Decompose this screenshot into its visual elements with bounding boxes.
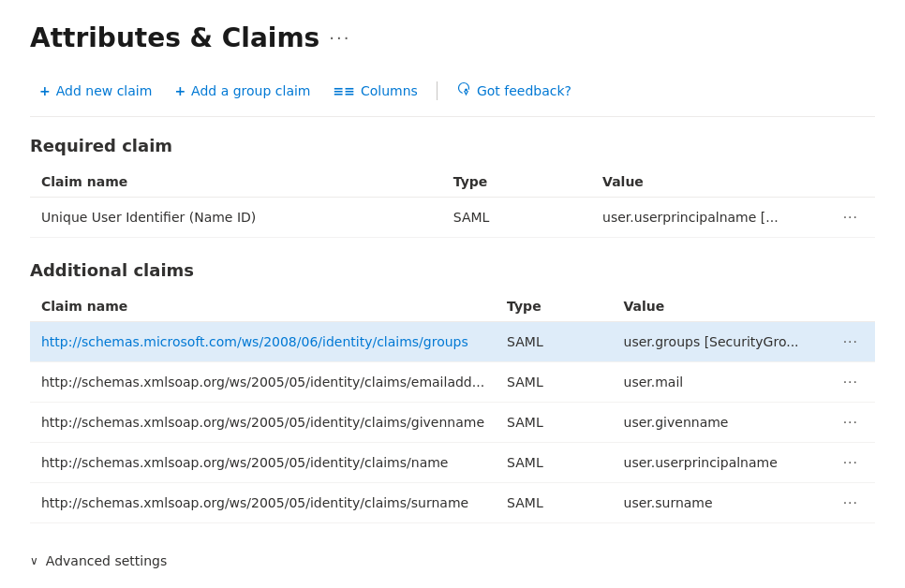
additional-claims-table: Claim name Type Value http://schemas.mic…	[30, 291, 875, 523]
columns-label: Columns	[361, 83, 418, 98]
claim-name-text: http://schemas.xmlsoap.org/ws/2005/05/id…	[41, 415, 484, 430]
claim-name-cell: http://schemas.xmlsoap.org/ws/2005/05/id…	[30, 443, 496, 483]
claim-value-cell: user.surname	[613, 483, 826, 523]
required-claim-header-row: Claim name Type Value	[30, 167, 875, 198]
toolbar: + Add new claim + Add a group claim ≡≡ C…	[30, 76, 875, 117]
add-group-claim-label: Add a group claim	[191, 83, 310, 98]
claim-action-cell[interactable]: ···	[826, 322, 875, 362]
claim-type-cell: SAML	[496, 403, 612, 443]
claim-action-cell[interactable]: ···	[826, 198, 875, 238]
table-row: http://schemas.xmlsoap.org/ws/2005/05/id…	[30, 443, 875, 483]
required-col-claim-name: Claim name	[30, 167, 442, 198]
advanced-settings-label: Advanced settings	[46, 553, 167, 568]
claim-name-cell: http://schemas.xmlsoap.org/ws/2005/05/id…	[30, 362, 496, 403]
feedback-label: Got feedback?	[477, 83, 571, 98]
columns-icon: ≡≡	[334, 83, 355, 98]
claim-type-cell: SAML	[496, 322, 612, 362]
row-more-button[interactable]: ···	[838, 372, 864, 392]
claim-name-cell: http://schemas.xmlsoap.org/ws/2005/05/id…	[30, 403, 496, 443]
claim-value-cell: user.givenname	[613, 403, 826, 443]
header-more-icon[interactable]: ···	[329, 28, 350, 48]
row-more-button[interactable]: ···	[838, 452, 864, 473]
claim-value-cell: user.userprincipalname	[613, 443, 826, 483]
columns-button[interactable]: ≡≡ Columns	[324, 78, 427, 104]
claim-value-cell: user.userprincipalname [...	[591, 198, 826, 238]
claim-value-cell: user.mail	[613, 362, 826, 403]
claim-action-cell[interactable]: ···	[826, 443, 875, 483]
required-claim-table: Claim name Type Value Unique User Identi…	[30, 167, 875, 238]
additional-claims-section: Additional claims Claim name Type Value …	[30, 260, 875, 523]
additional-claims-title: Additional claims	[30, 260, 875, 280]
claim-type-cell: SAML	[496, 483, 612, 523]
row-more-button[interactable]: ···	[838, 207, 864, 228]
page-header: Attributes & Claims ···	[30, 22, 875, 53]
add-group-claim-icon: +	[174, 83, 185, 98]
claim-name-cell: http://schemas.xmlsoap.org/ws/2005/05/id…	[30, 483, 496, 523]
table-row: http://schemas.xmlsoap.org/ws/2005/05/id…	[30, 362, 875, 403]
row-more-button[interactable]: ···	[838, 331, 864, 352]
add-group-claim-button[interactable]: + Add a group claim	[165, 78, 319, 104]
claim-name-text: http://schemas.xmlsoap.org/ws/2005/05/id…	[41, 375, 484, 390]
claim-name-cell: Unique User Identifier (Name ID)	[30, 198, 442, 238]
claim-name-link[interactable]: http://schemas.microsoft.com/ws/2008/06/…	[41, 334, 468, 349]
row-more-button[interactable]: ···	[838, 412, 864, 433]
table-row: http://schemas.microsoft.com/ws/2008/06/…	[30, 322, 875, 362]
svg-point-2	[465, 89, 467, 92]
claim-action-cell[interactable]: ···	[826, 362, 875, 403]
row-more-button[interactable]: ···	[838, 492, 864, 513]
additional-col-value: Value	[613, 291, 826, 322]
chevron-down-icon: ∨	[30, 554, 38, 567]
feedback-icon	[456, 81, 471, 99]
toolbar-divider	[437, 81, 438, 100]
add-new-claim-button[interactable]: + Add new claim	[30, 78, 161, 104]
additional-col-claim-name: Claim name	[30, 291, 496, 322]
claim-action-cell[interactable]: ···	[826, 403, 875, 443]
add-new-claim-label: Add new claim	[56, 83, 153, 98]
table-row: Unique User Identifier (Name ID) SAML us…	[30, 198, 875, 238]
claim-name-text: http://schemas.xmlsoap.org/ws/2005/05/id…	[41, 495, 468, 510]
additional-col-type: Type	[496, 291, 612, 322]
additional-col-action	[826, 291, 875, 322]
table-row: http://schemas.xmlsoap.org/ws/2005/05/id…	[30, 483, 875, 523]
required-col-action	[826, 167, 875, 198]
claim-type-cell: SAML	[496, 443, 612, 483]
required-col-value: Value	[591, 167, 826, 198]
claim-value-cell: user.groups [SecurityGro...	[613, 322, 826, 362]
additional-claims-header-row: Claim name Type Value	[30, 291, 875, 322]
advanced-settings-section[interactable]: ∨ Advanced settings	[30, 546, 875, 568]
claim-type-cell: SAML	[442, 198, 591, 238]
required-claim-section: Required claim Claim name Type Value Uni…	[30, 136, 875, 238]
add-new-claim-icon: +	[39, 83, 51, 98]
feedback-button[interactable]: Got feedback?	[447, 76, 581, 105]
table-row: http://schemas.xmlsoap.org/ws/2005/05/id…	[30, 403, 875, 443]
claim-type-cell: SAML	[496, 362, 612, 403]
claim-action-cell[interactable]: ···	[826, 483, 875, 523]
required-col-type: Type	[442, 167, 591, 198]
page-title: Attributes & Claims	[30, 22, 319, 53]
claim-name-cell: http://schemas.microsoft.com/ws/2008/06/…	[30, 322, 496, 362]
claim-name-text: http://schemas.xmlsoap.org/ws/2005/05/id…	[41, 455, 448, 470]
required-claim-title: Required claim	[30, 136, 875, 155]
